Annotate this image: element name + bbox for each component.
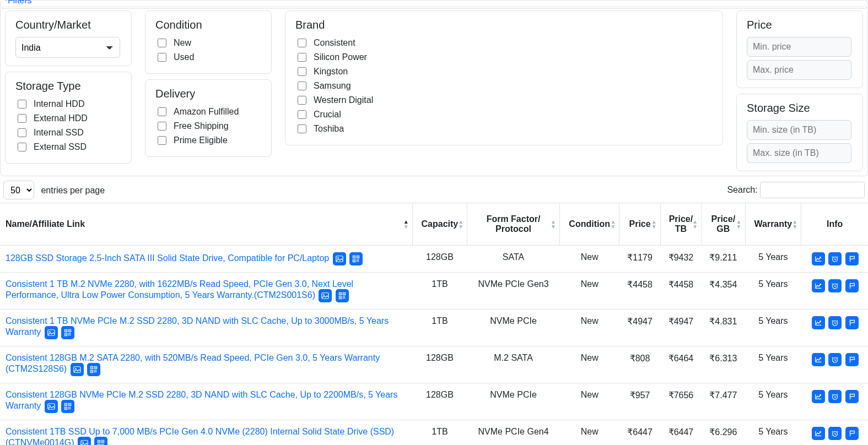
warranty-cell: 5 Years [745,420,801,446]
condition-checkbox[interactable] [158,39,166,47]
condition-option[interactable]: Used [155,51,261,63]
qr-icon[interactable] [336,289,349,302]
qr-icon[interactable] [61,400,74,413]
brand-checkbox[interactable] [298,67,306,76]
brand-checkbox[interactable] [298,82,306,90]
table-row: Consistent 1 TB NVMe PCIe M.2 SSD 2280, … [0,310,868,346]
column-header[interactable]: Condition▲▼ [559,203,619,246]
alert-icon[interactable] [828,252,842,265]
storage-type-option[interactable]: External SSD [15,141,121,153]
column-header[interactable]: Warranty▲▼ [745,203,801,246]
product-link[interactable]: Consistent 1 TB M.2 NVMe 2280, with 1622… [6,279,353,300]
column-header[interactable]: Name/Affiliate Link▲▼ [0,203,412,246]
column-header[interactable]: Form Factor/Protocol▲▼ [467,203,560,246]
image-icon[interactable] [71,363,84,376]
qr-icon[interactable] [61,326,74,339]
column-header[interactable]: Capacity▲▼ [412,203,467,246]
column-header[interactable]: Price▲▼ [619,203,660,246]
warranty-cell: 5 Years [745,273,801,310]
storage-type-checkbox[interactable] [18,100,26,108]
entries-label: entries per page [41,186,105,195]
brand-checkbox[interactable] [298,96,306,105]
brand-checkbox[interactable] [298,124,306,133]
storage-type-checkbox[interactable] [18,114,26,123]
price-history-icon[interactable] [812,353,825,366]
warranty-cell: 5 Years [745,310,801,346]
brand-option[interactable]: Crucial [295,108,713,121]
delivery-label: Free Shipping [174,121,229,131]
delivery-checkbox[interactable] [158,122,166,131]
brand-option[interactable]: Kingston [295,66,713,78]
table-row: Consistent 128GB NVMe PCIe M.2 SSD 2280,… [0,383,868,420]
table-row: 128GB SSD Storage 2.5-Inch SATA III Soli… [0,246,868,273]
brand-checkbox[interactable] [298,39,306,47]
product-link[interactable]: Consistent 1TB SSD Up to 7,000 MB/s PCIe… [6,427,394,445]
entries-per-page-select[interactable]: 50 [3,181,34,199]
filters-toggle[interactable]: Filters [4,0,35,7]
qr-icon[interactable] [94,437,107,445]
image-icon[interactable] [45,400,58,413]
condition-title: Condition [155,19,261,31]
column-header[interactable]: Price/TB▲▼ [660,203,701,246]
price-min-input[interactable] [747,37,851,57]
price-max-input[interactable] [747,60,851,80]
delivery-checkbox[interactable] [158,136,166,145]
info-cell [801,383,868,420]
country-select[interactable]: India [15,37,120,58]
report-icon[interactable] [845,390,859,403]
condition-option[interactable]: New [155,37,261,49]
delivery-option[interactable]: Free Shipping [155,120,261,132]
qr-icon[interactable] [349,252,363,265]
products-table: Name/Affiliate Link▲▼Capacity▲▼Form Fact… [0,203,868,445]
condition-cell: New [559,346,619,383]
storage-type-option[interactable]: External HDD [15,112,121,124]
price-history-icon[interactable] [812,316,825,329]
report-icon[interactable] [845,316,859,329]
alert-icon[interactable] [828,279,842,292]
product-link[interactable]: 128GB SSD Storage 2.5-Inch SATA III Soli… [6,253,329,263]
price-history-icon[interactable] [812,427,825,440]
image-icon[interactable] [319,289,332,302]
column-header[interactable]: Info [801,203,868,246]
price-history-icon[interactable] [812,252,825,265]
storage-type-checkbox[interactable] [18,128,26,137]
report-icon[interactable] [845,353,859,366]
report-icon[interactable] [845,279,859,292]
condition-cell: New [559,273,619,310]
qr-icon[interactable] [87,363,100,376]
brand-checkbox[interactable] [298,110,306,119]
report-icon[interactable] [845,252,859,265]
image-icon[interactable] [333,252,346,265]
delivery-checkbox[interactable] [158,107,166,116]
delivery-option[interactable]: Prime Eligible [155,134,261,146]
brand-label: Silicon Power [314,52,367,62]
delivery-option[interactable]: Amazon Fulfilled [155,106,261,118]
price_gb-cell: ₹6.296 [702,420,745,446]
size-min-input[interactable] [747,120,851,140]
brand-option[interactable]: Toshiba [295,123,713,135]
alert-icon[interactable] [828,316,842,329]
image-icon[interactable] [78,437,91,445]
brand-option[interactable]: Samsung [295,80,713,92]
brand-option[interactable]: Consistent [295,37,713,49]
alert-icon[interactable] [828,427,842,440]
column-header[interactable]: Price/GB▲▼ [702,203,745,246]
product-link[interactable]: Consistent 128GB M.2 SATA 2280, with 520… [6,353,380,373]
image-icon[interactable] [45,326,58,339]
alert-icon[interactable] [828,390,842,403]
search-input[interactable] [760,182,865,198]
brand-option[interactable]: Western Digital [295,94,713,106]
brand-checkbox[interactable] [298,53,306,62]
price-history-icon[interactable] [812,279,825,292]
info-cell [801,420,868,446]
condition-checkbox[interactable] [158,53,166,62]
brand-option[interactable]: Silicon Power [295,51,713,63]
column-header-label: Form Factor/Protocol [487,214,541,234]
size-max-input[interactable] [747,143,851,163]
report-icon[interactable] [845,427,859,440]
alert-icon[interactable] [828,353,842,366]
storage-type-option[interactable]: Internal HDD [15,98,121,110]
price-history-icon[interactable] [812,390,825,403]
storage-type-option[interactable]: Internal SSD [15,127,121,139]
storage-type-checkbox[interactable] [18,143,26,151]
